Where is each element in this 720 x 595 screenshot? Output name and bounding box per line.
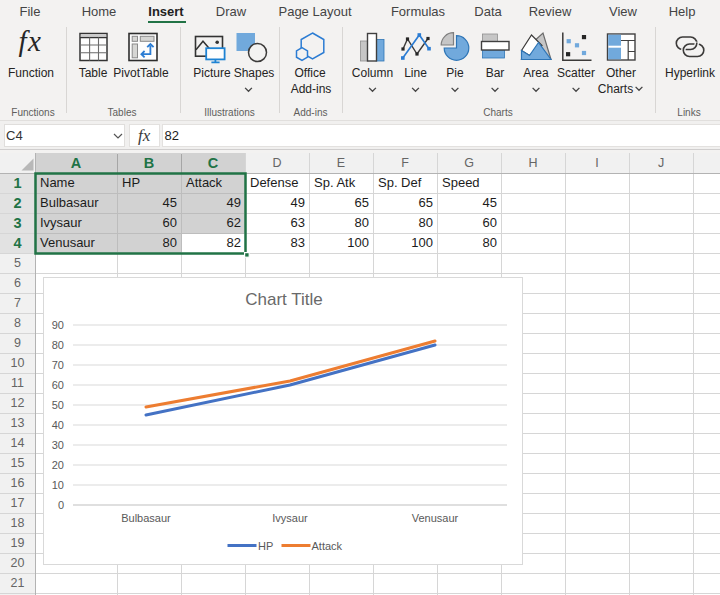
svg-text:Ivysaur: Ivysaur — [272, 512, 308, 524]
svg-text:fx: fx — [19, 25, 43, 57]
svg-text:Bulbasaur: Bulbasaur — [121, 512, 171, 524]
svg-text:50: 50 — [52, 399, 64, 411]
svg-text:Chart Title: Chart Title — [245, 290, 322, 309]
svg-text:80: 80 — [52, 339, 64, 351]
svg-text:60: 60 — [52, 379, 64, 391]
svg-text:HP: HP — [258, 540, 273, 552]
svg-text:0: 0 — [58, 499, 64, 511]
svg-text:20: 20 — [52, 459, 64, 471]
svg-text:90: 90 — [52, 319, 64, 331]
svg-text:Attack: Attack — [312, 540, 343, 552]
svg-text:30: 30 — [52, 439, 64, 451]
svg-text:Venusaur: Venusaur — [412, 512, 459, 524]
svg-text:10: 10 — [52, 479, 64, 491]
svg-text:40: 40 — [52, 419, 64, 431]
svg-text:70: 70 — [52, 359, 64, 371]
